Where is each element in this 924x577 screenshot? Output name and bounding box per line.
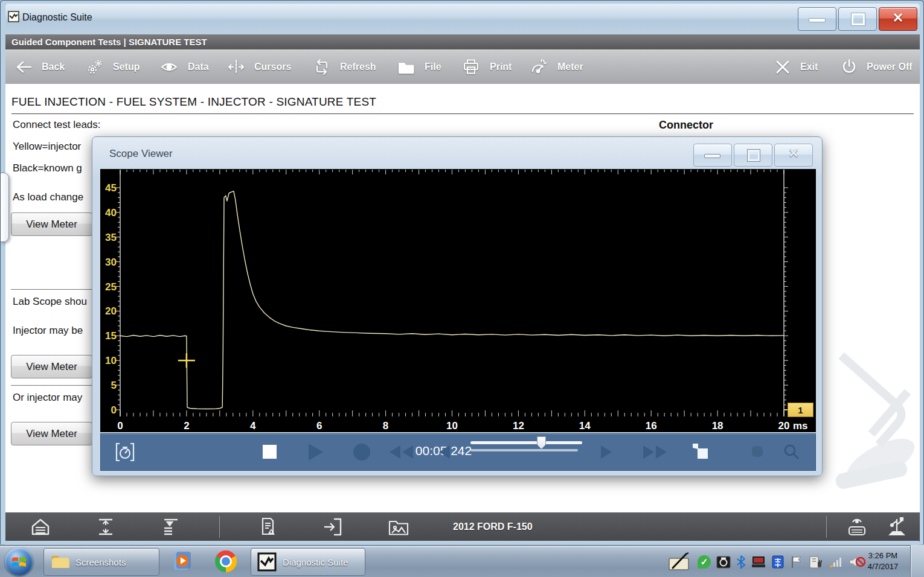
cursors-icon: [226, 58, 246, 76]
maximize-button[interactable]: [838, 7, 877, 31]
connector-label: Connector: [659, 119, 713, 132]
breadcrumb-bar: Guided Component Tests | SIGNATURE TEST: [5, 34, 920, 49]
taskbar-item-screenshots[interactable]: Screenshots: [43, 548, 159, 576]
refresh-icon: [312, 58, 332, 76]
next-button[interactable]: [601, 445, 612, 459]
home-icon[interactable]: [28, 516, 53, 538]
toolbar-refresh[interactable]: Refresh: [312, 49, 376, 84]
zoom-icon[interactable]: [782, 442, 801, 462]
toolbar-file[interactable]: File: [396, 49, 441, 84]
svg-text:4: 4: [250, 420, 256, 432]
svg-text:20: 20: [778, 420, 790, 432]
taskbar-item-label: Screenshots: [75, 557, 126, 567]
divider: [826, 516, 827, 538]
bluetooth-icon[interactable]: [736, 555, 746, 569]
chrome-icon: [215, 550, 237, 572]
toolbar-cursors[interactable]: Cursors: [226, 49, 291, 84]
printer-icon: [461, 58, 481, 76]
view-meter-button-3[interactable]: View Meter: [11, 422, 92, 445]
scan-tool-icon[interactable]: [844, 515, 870, 538]
scope-minimize-button[interactable]: [693, 144, 732, 167]
window-frame: [5, 541, 919, 545]
taskbar: Screenshots Diagnostic Suite: [0, 545, 924, 577]
back-arrow-icon: [14, 58, 33, 76]
taskbar-item-chrome[interactable]: [207, 548, 245, 575]
fast-forward-button[interactable]: [643, 445, 667, 459]
taskbar-item-media-player[interactable]: [164, 548, 199, 575]
scope-control-bar: 00:05:242: [100, 433, 816, 471]
folder-image-icon[interactable]: [387, 516, 411, 538]
sign-out-icon[interactable]: [321, 516, 345, 538]
zoom-range-track[interactable]: [470, 449, 578, 451]
divider: [11, 385, 97, 386]
pan-hand-icon[interactable]: [748, 442, 766, 461]
toolbar-back[interactable]: Back: [14, 49, 65, 84]
scope-title: Scope Viewer: [109, 148, 173, 160]
previous-button[interactable]: [439, 445, 450, 459]
svg-text:10: 10: [446, 420, 458, 432]
svg-text:16: 16: [646, 420, 657, 432]
toolbar-meter[interactable]: Meter: [528, 49, 583, 84]
network-signal-icon[interactable]: [829, 555, 843, 569]
taskbar-item-label: Diagnostic Suite: [283, 557, 348, 567]
device-tray-icon[interactable]: [751, 555, 766, 569]
svg-text:12: 12: [513, 420, 524, 432]
toolbar-setup[interactable]: Setup: [85, 49, 140, 84]
minimize-button[interactable]: [798, 7, 836, 31]
svg-text:5: 5: [111, 380, 117, 391]
waveform-chart: 05101520253035404502468101214161820ms: [100, 169, 816, 432]
scope-maximize-button[interactable]: [734, 144, 772, 167]
taskbar-item-diagnostic-suite[interactable]: Diagnostic Suite: [251, 548, 365, 576]
record-button[interactable]: [353, 444, 370, 461]
scrub-slider-track[interactable]: [470, 441, 582, 444]
status-toolbar: 2012 FORD F-150: [5, 512, 920, 541]
snapshot-icon[interactable]: [690, 441, 711, 462]
camera-tray-icon[interactable]: [716, 555, 731, 569]
divider: [11, 113, 914, 114]
instruction-yellow: Yellow=injector: [13, 141, 81, 153]
gears-icon: [85, 58, 104, 76]
svg-text:40: 40: [105, 207, 117, 218]
media-player-icon: [171, 550, 193, 572]
close-button[interactable]: ✕: [879, 7, 917, 31]
play-button[interactable]: [309, 444, 323, 461]
ime-language-icon[interactable]: [771, 555, 784, 569]
expand-list-icon[interactable]: [159, 516, 183, 538]
instruction-black: Black=known g: [13, 162, 82, 174]
toolbar-data[interactable]: Data: [159, 49, 209, 84]
view-meter-button-1[interactable]: View Meter: [11, 212, 92, 236]
usb-connection-icon[interactable]: [884, 515, 910, 538]
watermark-graphic: [823, 349, 920, 506]
breadcrumb: Guided Component Tests | SIGNATURE TEST: [11, 37, 207, 47]
svg-text:6: 6: [316, 420, 322, 432]
pen-input-icon[interactable]: [668, 552, 692, 572]
taskbar-clock[interactable]: 3:26 PM 4/7/2017: [859, 550, 907, 572]
stop-button[interactable]: [263, 445, 277, 459]
main-toolbar: Back Setup Data Cursors: [5, 49, 920, 84]
svg-text:ms: ms: [793, 420, 808, 432]
instruction-lab-scope: Lab Scope shou: [13, 296, 87, 308]
svg-text:0: 0: [117, 420, 123, 432]
channel-1-marker[interactable]: 1: [788, 403, 813, 417]
collapse-vertical-icon[interactable]: [94, 516, 118, 538]
svg-text:45: 45: [105, 182, 117, 194]
toolbar-power-off[interactable]: Power Off: [840, 49, 913, 84]
timer-icon[interactable]: [114, 441, 136, 463]
scope-close-button[interactable]: ✕: [774, 144, 813, 167]
slide-out-tab[interactable]: [1, 173, 9, 242]
view-meter-button-2[interactable]: View Meter: [11, 355, 92, 378]
toolbar-exit[interactable]: Exit: [774, 49, 818, 84]
svg-text:10: 10: [105, 355, 117, 366]
show-desktop-button[interactable]: [910, 545, 924, 577]
divider: [11, 289, 97, 290]
action-center-flag-icon[interactable]: [790, 555, 803, 569]
start-button[interactable]: [5, 547, 33, 576]
antivirus-check-icon[interactable]: ✓: [698, 555, 711, 569]
scope-plot-area[interactable]: 05101520253035404502468101214161820ms: [100, 169, 816, 432]
svg-text:14: 14: [579, 420, 591, 432]
scrub-slider-thumb[interactable]: [537, 436, 546, 449]
power-plug-icon[interactable]: [809, 555, 823, 569]
document-warning-icon[interactable]: [256, 516, 280, 538]
rewind-button[interactable]: [390, 445, 413, 459]
toolbar-print[interactable]: Print: [461, 49, 512, 84]
